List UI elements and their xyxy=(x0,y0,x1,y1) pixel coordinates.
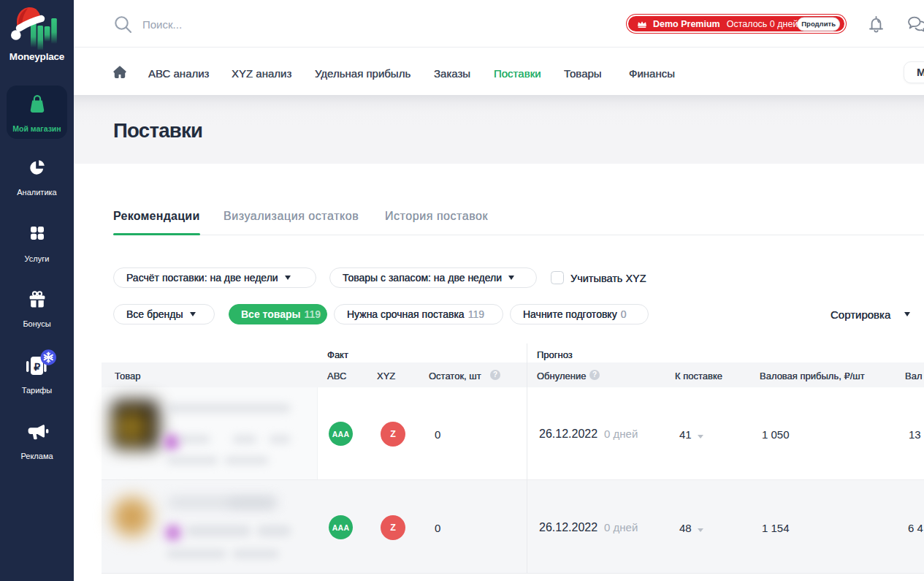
svg-text:₽: ₽ xyxy=(34,361,40,373)
